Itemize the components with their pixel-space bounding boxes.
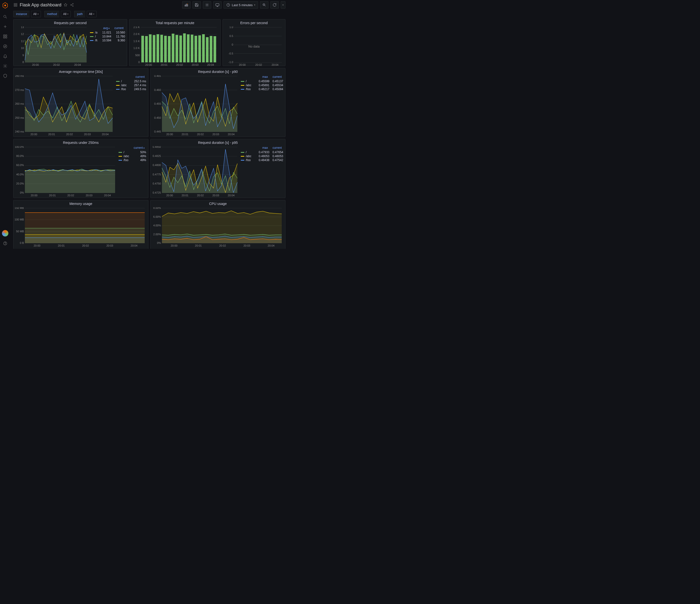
panels-grid: Requests per second 8910111213 20:0020:0… [10, 19, 289, 249]
time-picker[interactable]: Last 5 minutes▾ [224, 1, 258, 9]
star-icon[interactable] [64, 3, 68, 7]
share-icon[interactable] [70, 3, 74, 7]
svg-text:0.465: 0.465 [154, 75, 161, 77]
svg-text:1.5 K: 1.5 K [133, 40, 140, 43]
legend-p95: maxcurrent /0.479330.47654/abc0.480530.4… [241, 145, 285, 198]
svg-rect-52 [168, 36, 171, 62]
dashboards-icon[interactable] [1, 32, 9, 41]
svg-text:0.4850: 0.4850 [153, 146, 161, 148]
settings-button[interactable] [203, 1, 211, 9]
svg-rect-55 [179, 35, 182, 62]
topbar: Flask App dashboard Last 5 minutes▾ ▾ [10, 0, 289, 10]
svg-text:0.4775: 0.4775 [153, 173, 161, 176]
chart-mem[interactable]: 0 B50 MB100 MB150 MB [15, 207, 146, 244]
no-data-text: No data [248, 45, 260, 48]
plus-icon[interactable] [1, 22, 9, 31]
zoom-out-button[interactable] [260, 1, 269, 9]
legend-item[interactable]: /foo49% [119, 158, 146, 162]
svg-text:2.5 K: 2.5 K [133, 26, 140, 29]
svg-text:-1.0: -1.0 [228, 60, 233, 63]
svg-text:12: 12 [21, 32, 24, 35]
legend-item[interactable]: /abc11.02110.560 [90, 31, 125, 34]
svg-text:280 ms: 280 ms [15, 75, 24, 77]
svg-rect-10 [14, 3, 15, 5]
svg-text:0.4750: 0.4750 [153, 182, 161, 185]
svg-text:0 B: 0 B [20, 241, 24, 244]
panel-under250: Requests under 250ms 0%20.0%40.0%60.0%80… [13, 139, 148, 198]
var-instance-value[interactable]: All [31, 11, 41, 17]
svg-text:40.0%: 40.0% [16, 173, 24, 176]
legend-item[interactable]: /abc49% [119, 154, 146, 158]
legend-item[interactable]: /foo249.5 ms [116, 87, 146, 91]
svg-text:2.0 K: 2.0 K [133, 32, 140, 35]
admin-icon[interactable] [1, 72, 9, 80]
legend-item[interactable]: /foo0.462170.45084 [241, 87, 283, 91]
svg-text:13: 13 [21, 26, 24, 29]
legend-item[interactable]: /0.455990.45137 [241, 80, 283, 83]
refresh-dropdown[interactable]: ▾ [281, 1, 285, 9]
explore-icon[interactable] [1, 42, 9, 51]
legend-item[interactable]: /10.84411.760 [90, 35, 125, 38]
var-method-value[interactable]: All [61, 11, 71, 17]
search-icon[interactable] [1, 12, 9, 21]
chart-p90[interactable]: 0.4450.4500.4550.4600.465 [152, 75, 239, 133]
legend-item[interactable]: /foo0.484380.47542 [241, 158, 283, 162]
chart-under250[interactable]: 0%20.0%40.0%60.0%80.0%100.0% [15, 146, 117, 194]
svg-rect-18 [216, 4, 219, 6]
add-panel-button[interactable] [182, 1, 191, 9]
svg-text:0%: 0% [157, 241, 161, 244]
legend-item[interactable]: /252.5 ms [116, 80, 146, 83]
chart-avg-rt[interactable]: 240 ms250 ms260 ms270 ms280 ms [15, 75, 114, 133]
chart-total-rpm[interactable]: 05001.0 K1.5 K2.0 K2.5 K [130, 26, 218, 63]
save-button[interactable] [193, 1, 201, 9]
panel-cpu: CPU usage 0%2.00%4.00%6.00%8.00% 20:0020… [150, 200, 285, 249]
user-avatar[interactable] [2, 230, 8, 236]
help-icon[interactable] [1, 239, 9, 248]
legend-item[interactable]: /abc0.458910.45534 [241, 83, 283, 87]
chart-rps[interactable]: 8910111213 [15, 26, 88, 63]
panel-p90: Request duration [s] - p90 0.4450.4500.4… [150, 68, 285, 137]
settings-icon[interactable] [1, 61, 9, 71]
svg-rect-3 [6, 35, 7, 36]
svg-text:6.00%: 6.00% [153, 215, 161, 218]
svg-text:1.0 K: 1.0 K [133, 47, 140, 50]
svg-text:100.0%: 100.0% [15, 146, 24, 148]
svg-text:240 ms: 240 ms [15, 130, 24, 133]
svg-rect-46 [145, 36, 148, 62]
svg-text:0.450: 0.450 [154, 116, 161, 119]
svg-text:0.4725: 0.4725 [153, 191, 161, 194]
main: Flask App dashboard Last 5 minutes▾ ▾ in… [10, 0, 289, 249]
var-path-value[interactable]: All [87, 11, 97, 17]
svg-text:2.00%: 2.00% [153, 233, 161, 236]
dashboards-nav-icon[interactable] [13, 3, 18, 7]
tv-mode-button[interactable] [213, 1, 222, 9]
svg-rect-5 [6, 37, 7, 38]
grafana-logo[interactable] [2, 2, 9, 9]
panel-errors: Errors per second -1.0-0.500.51.0 20:002… [223, 19, 285, 66]
svg-point-16 [72, 6, 73, 6]
svg-text:100 MB: 100 MB [15, 218, 24, 221]
svg-text:0.445: 0.445 [154, 130, 161, 133]
svg-rect-56 [183, 33, 186, 62]
legend-item[interactable]: /0.479330.47654 [241, 151, 283, 154]
legend-p90: maxcurrent /0.455990.45137/abc0.458910.4… [241, 74, 285, 137]
sidebar [0, 0, 10, 249]
chart-cpu[interactable]: 0%2.00%4.00%6.00%8.00% [152, 207, 283, 244]
legend-item[interactable]: /abc0.480530.48053 [241, 154, 283, 158]
svg-rect-59 [195, 36, 197, 62]
svg-text:0.460: 0.460 [154, 88, 161, 91]
alerting-icon[interactable] [1, 52, 9, 60]
chart-p95[interactable]: 0.47250.47500.47750.48000.48250.4850 [152, 146, 239, 194]
svg-text:50 MB: 50 MB [16, 230, 24, 233]
legend-item[interactable]: /foo10.5949.360 [90, 39, 125, 42]
panel-avg-rt: Average response time [30s] 240 ms250 ms… [13, 68, 148, 137]
svg-rect-51 [164, 36, 167, 62]
panel-mem: Memory usage 0 B50 MB100 MB150 MB 20:002… [13, 200, 148, 249]
svg-text:0%: 0% [20, 191, 24, 194]
panel-p95: Request duration [s] - p95 0.47250.47500… [150, 139, 285, 198]
svg-rect-49 [156, 34, 159, 62]
svg-text:1.0: 1.0 [229, 26, 233, 29]
refresh-button[interactable] [270, 1, 279, 9]
legend-item[interactable]: /50% [119, 151, 146, 154]
legend-item[interactable]: /abc257.4 ms [116, 83, 146, 87]
